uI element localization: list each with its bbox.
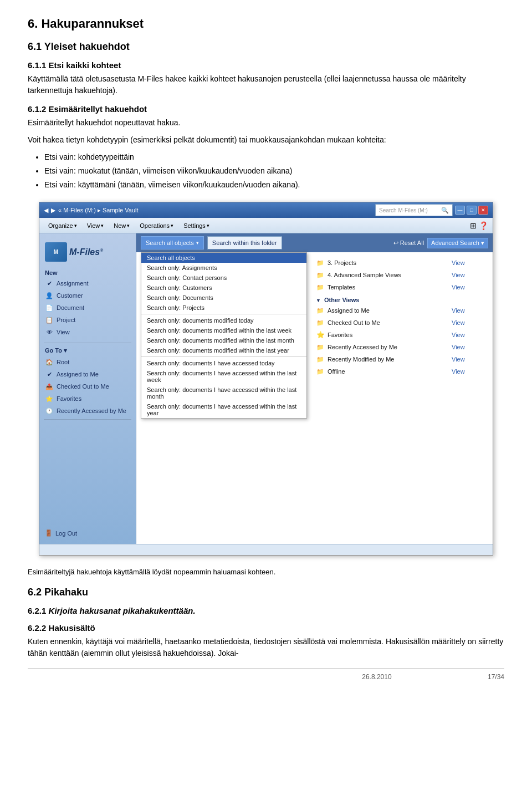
search-dropdown-label: Search all objects xyxy=(146,240,194,246)
folder-icon-recent: 📁 xyxy=(316,343,325,351)
title-search-icon[interactable]: 🔍 xyxy=(441,207,449,214)
other-views-label: ▼ Other Views xyxy=(313,293,488,304)
goto-button[interactable]: Go To ▾ xyxy=(39,345,136,356)
file-item-favorites-list[interactable]: ⭐ Favorites View xyxy=(313,329,488,341)
bullet-1: Etsi vain: kohdetyypeittäin xyxy=(44,151,504,163)
dropdown-item-13[interactable]: Search only: documents I have accessed w… xyxy=(141,368,306,385)
sidebar-item-root[interactable]: 🏠 Root xyxy=(39,356,136,368)
file-name-projects: 3. Projects xyxy=(328,259,449,266)
view-icons[interactable]: ⊞ xyxy=(470,221,477,230)
advanced-search-button[interactable]: Advanced Search ▾ xyxy=(427,238,488,248)
logout-button[interactable]: 🚪 Log Out xyxy=(39,527,136,539)
file-item-projects[interactable]: 📁 3. Projects View xyxy=(313,257,488,269)
reset-all-button[interactable]: ↩ Reset All xyxy=(393,240,424,247)
search-dropdown-chevron: ▾ xyxy=(196,240,199,246)
sidebar-item-view[interactable]: 👁 View xyxy=(39,326,136,338)
sidebar-item-project[interactable]: 📋 Project xyxy=(39,314,136,326)
title-search-box[interactable]: Search M-Files (M:) 🔍 xyxy=(375,204,453,216)
section-6-2-title: 6.2 Pikahaku xyxy=(28,587,504,598)
section-6-2-1-title: 6.2.1 Kirjoita hakusanat pikahakukenttää… xyxy=(28,606,504,615)
help-icon[interactable]: ❓ xyxy=(479,221,488,230)
folder-icon-assigned: 📁 xyxy=(316,306,325,315)
dropdown-item-15[interactable]: Search only: documents I have accessed w… xyxy=(141,401,306,418)
star-icon-favorites: ⭐ xyxy=(316,330,325,339)
dropdown-item-7[interactable]: Search only: documents modified today xyxy=(141,315,306,325)
logout-label: Log Out xyxy=(55,530,77,537)
reset-label: Reset All xyxy=(400,240,424,246)
file-item-recently-accessed[interactable]: 📁 Recently Accessed by Me View xyxy=(313,341,488,353)
file-view-advanced[interactable]: View xyxy=(452,272,485,278)
dropdown-item-12[interactable]: Search only: documents I have accessed t… xyxy=(141,358,306,368)
assigned-icon: ✔ xyxy=(45,370,54,379)
logout-icon: 🚪 xyxy=(45,529,53,537)
maximize-button[interactable]: □ xyxy=(467,206,477,215)
main-area: M M-Files® New ✔ Assignment 👤 Customer 📄… xyxy=(39,233,493,544)
file-item-recently-modified[interactable]: 📁 Recently Modified by Me View xyxy=(313,353,488,365)
logo-icon: M xyxy=(45,242,67,262)
view-button[interactable]: View ▾ xyxy=(83,221,109,230)
operations-button[interactable]: Operations ▾ xyxy=(135,221,178,230)
chapter-title: 6. Hakuparannukset xyxy=(28,17,504,31)
file-view-fav[interactable]: View xyxy=(452,332,485,338)
title-search-placeholder: Search M-Files (M:) xyxy=(379,207,428,213)
file-item-checked-out-me[interactable]: 📁 Checked Out to Me View xyxy=(313,317,488,329)
sidebar-item-customer[interactable]: 👤 Customer xyxy=(39,289,136,302)
forward-icon[interactable]: ▶ xyxy=(51,207,55,214)
close-button[interactable]: ✕ xyxy=(478,206,488,215)
file-item-templates[interactable]: 📁 Templates View xyxy=(313,281,488,293)
file-view-assigned[interactable]: View xyxy=(452,307,485,314)
file-item-assigned-me[interactable]: 📁 Assigned to Me View xyxy=(313,304,488,317)
dropdown-item-9[interactable]: Search only: documents modified within t… xyxy=(141,335,306,345)
file-item-offline[interactable]: 📁 Offline View xyxy=(313,365,488,378)
dropdown-item-2[interactable]: Search only: Contact persons xyxy=(141,273,306,283)
search-within-button[interactable]: Search within this folder xyxy=(207,236,282,249)
sidebar-item-checked-out-to-me[interactable]: 📤 Checked Out to Me xyxy=(39,380,136,393)
sidebar-item-recently-accessed[interactable]: 🕐 Recently Accessed by Me xyxy=(39,405,136,417)
dropdown-item-4[interactable]: Search only: Documents xyxy=(141,293,306,303)
settings-button[interactable]: Settings ▾ xyxy=(179,221,214,230)
advanced-label: Advanced Search ▾ xyxy=(431,240,484,247)
sidebar-new-header: New xyxy=(39,268,136,277)
sidebar-item-document[interactable]: 📄 Document xyxy=(39,302,136,314)
checked-out-icon: 📤 xyxy=(45,382,54,391)
minimize-button[interactable]: — xyxy=(455,206,465,215)
sidebar-new-section: New ✔ Assignment 👤 Customer 📄 Document 📋… xyxy=(39,268,136,338)
title-bar-left: ◀ ▶ « M-Files (M:) ▸ Sample Vault xyxy=(44,207,139,214)
file-view-projects[interactable]: View xyxy=(452,259,485,266)
dropdown-item-0[interactable]: Search all objects xyxy=(141,253,306,263)
toolbar-right: ⊞ ❓ xyxy=(470,221,488,230)
folder-icon-projects: 📁 xyxy=(316,258,325,267)
back-icon[interactable]: ◀ xyxy=(44,207,48,214)
organize-button[interactable]: Organize ▾ xyxy=(44,221,81,230)
goto-label: Go To ▾ xyxy=(45,347,67,354)
sidebar-item-assigned-to-me[interactable]: ✔ Assigned to Me xyxy=(39,368,136,380)
dropdown-item-3[interactable]: Search only: Customers xyxy=(141,283,306,293)
file-view-offline[interactable]: View xyxy=(452,368,485,375)
dropdown-item-14[interactable]: Search only: documents I have accessed w… xyxy=(141,385,306,401)
dropdown-item-10[interactable]: Search only: documents modified within t… xyxy=(141,345,306,355)
sidebar-label-view: View xyxy=(57,329,70,335)
new-button[interactable]: New ▾ xyxy=(109,221,134,230)
sidebar-label-root: Root xyxy=(57,359,69,365)
favorites-icon: ⭐ xyxy=(45,394,54,403)
file-item-advanced[interactable]: 📁 4. Advanced Sample Views View xyxy=(313,269,488,281)
file-view-recent[interactable]: View xyxy=(452,344,485,350)
dropdown-item-5[interactable]: Search only: Projects xyxy=(141,303,306,313)
search-dropdown[interactable]: Search all objects ▾ xyxy=(141,236,204,249)
search-within-label: Search within this folder xyxy=(212,240,277,246)
sidebar-item-assignment[interactable]: ✔ Assignment xyxy=(39,277,136,289)
file-view-templates[interactable]: View xyxy=(452,284,485,291)
file-name-recent: Recently Accessed by Me xyxy=(328,344,449,350)
sidebar-divider-2 xyxy=(44,419,131,420)
content-search-bar: Search all objects ▾ Search within this … xyxy=(136,233,493,252)
sidebar-item-favorites[interactable]: ⭐ Favorites xyxy=(39,393,136,405)
folder-icon-advanced: 📁 xyxy=(316,271,325,279)
document-icon: 📄 xyxy=(45,303,54,312)
file-name-advanced: 4. Advanced Sample Views xyxy=(328,272,449,278)
file-view-modified[interactable]: View xyxy=(452,356,485,363)
folder-icon-offline: 📁 xyxy=(316,367,325,376)
dropdown-item-8[interactable]: Search only: documents modified within t… xyxy=(141,325,306,335)
dropdown-item-1[interactable]: Search only: Assignments xyxy=(141,263,306,273)
file-view-checked[interactable]: View xyxy=(452,319,485,326)
view-icon: 👁 xyxy=(45,328,54,337)
